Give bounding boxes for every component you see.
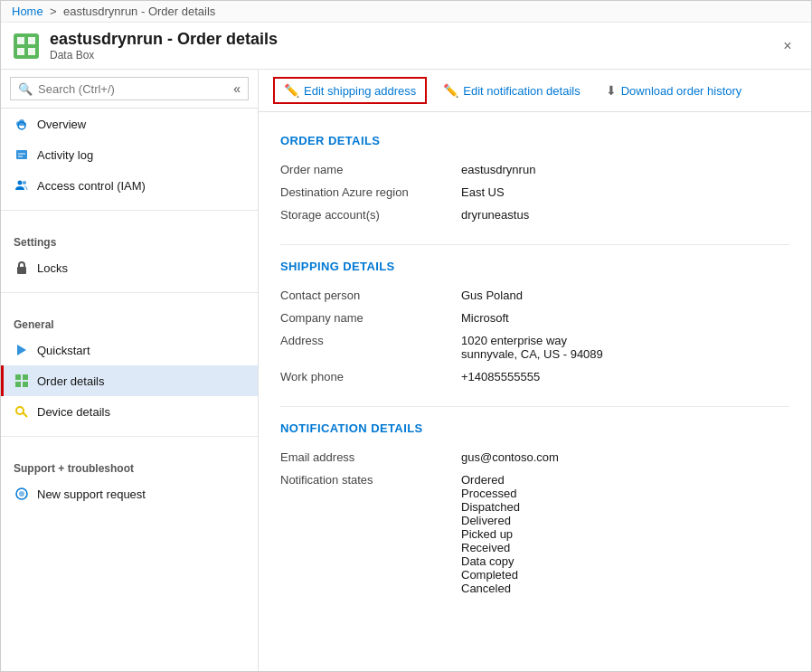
destination-region-label: Destination Azure region <box>280 181 461 203</box>
notification-states-values: OrderedProcessedDispatchedDeliveredPicke… <box>461 469 789 600</box>
sidebar-item-quickstart[interactable]: Quickstart <box>1 335 258 365</box>
order-details-heading: ORDER DETAILS <box>280 134 789 147</box>
edit-shipping-icon: ✏️ <box>284 83 299 98</box>
sidebar-divider-3 <box>1 436 258 437</box>
svg-marker-12 <box>17 345 26 355</box>
close-button[interactable]: × <box>775 33 800 59</box>
address-value: 1020 enterprise way sunnyvale, CA, US - … <box>461 329 789 365</box>
breadcrumb-current: eastusdrynrun - Order details <box>63 5 215 18</box>
notification-details-heading: NOTIFICATION DETAILS <box>280 421 789 435</box>
key-icon <box>14 403 30 420</box>
edit-shipping-label: Edit shipping address <box>304 84 416 98</box>
search-icon: 🔍 <box>18 82 33 96</box>
title-bar: eastusdrynrun - Order details Data Box × <box>1 23 811 70</box>
destination-region-value: East US <box>461 181 789 203</box>
table-row: Destination Azure region East US <box>280 181 789 203</box>
order-details-table: Order name eastusdrynrun Destination Azu… <box>280 158 789 226</box>
sidebar-item-access-control-label: Access control (IAM) <box>37 179 146 193</box>
sidebar-item-overview[interactable]: Overview <box>1 109 258 139</box>
sidebar-item-order-details[interactable]: Order details <box>1 365 258 396</box>
sidebar-item-activity-log[interactable]: Activity log <box>1 139 258 170</box>
notification-state-item: Ordered <box>461 473 782 487</box>
support-section-label: Support + troubleshoot <box>1 451 258 478</box>
company-name-value: Microsoft <box>461 307 789 329</box>
breadcrumb-home[interactable]: Home <box>12 5 43 18</box>
shipping-details-table: Contact person Gus Poland Company name M… <box>280 284 789 388</box>
sidebar-item-locks[interactable]: Locks <box>1 252 258 283</box>
svg-rect-11 <box>17 267 26 274</box>
work-phone-value: +14085555555 <box>461 365 789 388</box>
table-row: Storage account(s) dryruneastus <box>280 203 789 226</box>
sidebar-item-order-details-label: Order details <box>37 374 104 388</box>
svg-rect-14 <box>23 374 28 380</box>
main-content: 🔍 « Overview Activity log <box>1 70 811 671</box>
table-row: Address 1020 enterprise way sunnyvale, C… <box>280 329 789 365</box>
svg-rect-6 <box>16 150 27 159</box>
title-text: eastusdrynrun - Order details Data Box <box>50 30 775 62</box>
work-phone-label: Work phone <box>280 365 461 388</box>
cloud-icon <box>14 116 30 132</box>
sidebar-item-new-support-request[interactable]: New support request <box>1 478 258 509</box>
notification-details-table: Email address gus@contoso.com Notificati… <box>280 446 789 600</box>
contact-person-label: Contact person <box>280 284 461 307</box>
edit-notification-label: Edit notification details <box>463 84 580 98</box>
sidebar: 🔍 « Overview Activity log <box>1 70 259 671</box>
table-row: Notification states OrderedProcessedDisp… <box>280 469 789 600</box>
sidebar-item-device-details-label: Device details <box>37 405 110 419</box>
address-line2: sunnyvale, CA, US - 94089 <box>461 347 782 361</box>
svg-rect-4 <box>28 48 35 55</box>
notification-state-item: Dispatched <box>461 500 782 514</box>
email-address-label: Email address <box>280 446 461 469</box>
sidebar-search-area: 🔍 « <box>1 70 258 109</box>
company-name-label: Company name <box>280 307 461 329</box>
download-history-label: Download order history <box>621 84 742 98</box>
action-bar: ✏️ Edit shipping address ✏️ Edit notific… <box>259 70 811 112</box>
people-icon <box>14 177 30 194</box>
svg-rect-13 <box>15 374 21 380</box>
search-box: 🔍 « <box>10 77 249 100</box>
notification-state-item: Completed <box>461 568 782 582</box>
svg-rect-3 <box>17 48 24 55</box>
table-row: Email address gus@contoso.com <box>280 446 789 469</box>
notification-state-item: Picked up <box>461 527 782 541</box>
storage-accounts-label: Storage account(s) <box>280 203 461 226</box>
support-icon <box>14 486 30 502</box>
edit-shipping-address-button[interactable]: ✏️ Edit shipping address <box>273 77 427 104</box>
collapse-button[interactable]: « <box>233 81 241 96</box>
svg-rect-1 <box>17 37 24 44</box>
page-subtitle: Data Box <box>50 49 775 62</box>
address-label: Address <box>280 329 461 365</box>
page-title: eastusdrynrun - Order details <box>50 30 775 49</box>
notification-states-list: OrderedProcessedDispatchedDeliveredPicke… <box>461 473 782 595</box>
svg-rect-2 <box>28 37 35 44</box>
settings-section-label: Settings <box>1 225 258 252</box>
lock-icon <box>14 260 30 276</box>
breadcrumb: Home > eastusdrynrun - Order details <box>1 1 811 23</box>
sidebar-divider-2 <box>1 292 258 293</box>
svg-point-19 <box>19 491 24 497</box>
notification-state-item: Processed <box>461 487 782 500</box>
sidebar-item-activity-log-label: Activity log <box>37 148 93 162</box>
grid-icon <box>14 373 30 389</box>
edit-notification-icon: ✏️ <box>443 83 458 98</box>
order-name-label: Order name <box>280 158 461 181</box>
contact-person-value: Gus Poland <box>461 284 789 307</box>
detail-area: ORDER DETAILS Order name eastusdrynrun D… <box>259 112 811 671</box>
main-window: Home > eastusdrynrun - Order details eas… <box>0 0 812 672</box>
download-icon: ⬇ <box>606 83 617 98</box>
edit-notification-button[interactable]: ✏️ Edit notification details <box>434 79 589 102</box>
sidebar-item-access-control[interactable]: Access control (IAM) <box>1 170 258 201</box>
sidebar-item-quickstart-label: Quickstart <box>37 344 90 357</box>
general-section-label: General <box>1 308 258 335</box>
breadcrumb-separator: > <box>50 5 57 18</box>
activity-icon <box>14 147 30 163</box>
sidebar-item-overview-label: Overview <box>37 118 86 131</box>
svg-rect-16 <box>23 382 28 387</box>
table-row: Company name Microsoft <box>280 307 789 329</box>
email-address-value: gus@contoso.com <box>461 446 789 469</box>
search-input[interactable] <box>38 82 233 96</box>
shipping-details-heading: SHIPPING DETAILS <box>280 260 789 273</box>
sidebar-item-device-details[interactable]: Device details <box>1 396 258 427</box>
download-history-button[interactable]: ⬇ Download order history <box>597 79 751 102</box>
notification-state-item: Received <box>461 541 782 554</box>
